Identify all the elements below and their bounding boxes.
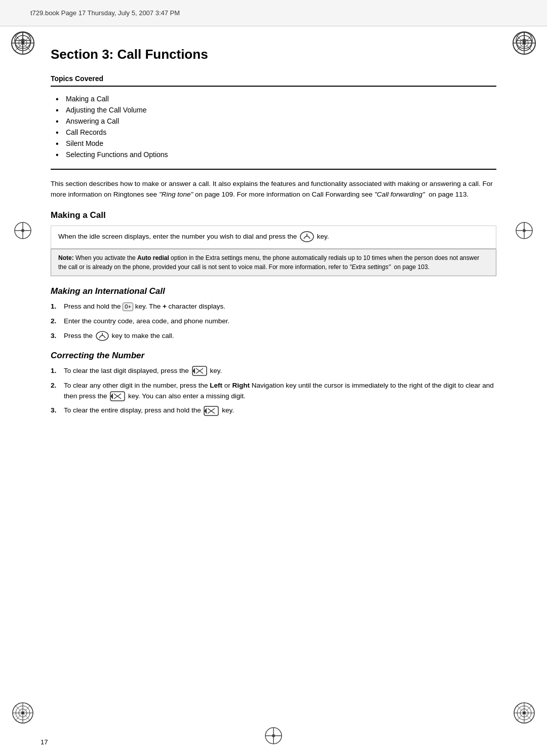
corner-bl-mandala-icon xyxy=(12,702,34,724)
section-title: Section 3: Call Functions xyxy=(51,47,496,62)
corner-br-decoration xyxy=(512,700,537,726)
top-right-mandala xyxy=(512,30,537,56)
topics-divider xyxy=(51,86,496,87)
clear-key-icon-2 xyxy=(110,391,125,402)
list-item: Making a Call xyxy=(56,95,496,103)
header-text: t729.book Page 17 Thursday, July 5, 2007… xyxy=(30,9,180,17)
list-item: 2. Enter the country code, area code, an… xyxy=(51,316,496,327)
corner-mr-decoration xyxy=(512,218,537,243)
send-key-icon xyxy=(300,231,314,242)
correcting-number-title: Correcting the Number xyxy=(51,351,496,361)
main-content: Section 3: Call Functions Topics Covered… xyxy=(41,26,506,726)
list-item: 2. To clear any other digit in the numbe… xyxy=(51,381,496,402)
list-item: 3. Press the key to make the call. xyxy=(51,331,496,342)
bottom-center-decoration xyxy=(264,727,283,747)
svg-point-64 xyxy=(272,734,275,737)
corner-br-mandala-icon xyxy=(513,702,535,724)
list-item: Call Records xyxy=(56,128,496,136)
topics-label: Topics Covered xyxy=(51,74,496,83)
clear-key-icon-1 xyxy=(192,366,207,376)
list-item: Selecting Functions and Options xyxy=(56,150,496,159)
intro-paragraph: This section describes how to make or an… xyxy=(51,179,496,200)
list-item: 3. To clear the entire display, press an… xyxy=(51,405,496,416)
top-left-mandala xyxy=(10,30,35,56)
bottom-divider xyxy=(51,169,496,170)
making-international-call-title: Making an International Call xyxy=(51,286,496,296)
corner-ml-icon xyxy=(14,221,32,240)
corner-mr-icon xyxy=(515,221,533,240)
list-item: Silent Mode xyxy=(56,139,496,147)
note-label: Note: xyxy=(58,254,74,261)
making-a-call-title: Making a Call xyxy=(51,210,496,220)
zero-plus-key-icon: 0+ xyxy=(123,303,133,311)
corner-ml-decoration xyxy=(10,218,35,243)
note-box: Note: When you activate the Auto redial … xyxy=(51,249,496,276)
list-item: Answering a Call xyxy=(56,117,496,125)
corner-bl-decoration xyxy=(10,700,35,726)
note-text: When you activate the Auto redial option… xyxy=(58,254,479,271)
list-item: 1. Press and hold the 0+ key. The + char… xyxy=(51,301,496,312)
international-call-steps: 1. Press and hold the 0+ key. The + char… xyxy=(51,301,496,342)
header-bar: t729.book Page 17 Thursday, July 5, 2007… xyxy=(0,0,547,26)
topics-list: Making a Call Adjusting the Call Volume … xyxy=(51,95,496,159)
making-a-call-box: When the idle screen displays, enter the… xyxy=(51,225,496,249)
svg-point-15 xyxy=(523,229,526,232)
topics-covered-section: Topics Covered Making a Call Adjusting t… xyxy=(51,74,496,170)
making-a-call-text: When the idle screen displays, enter the… xyxy=(58,231,489,242)
page: t729.book Page 17 Thursday, July 5, 2007… xyxy=(0,0,547,756)
list-item: Adjusting the Call Volume xyxy=(56,106,496,114)
correcting-number-steps: 1. To clear the last digit displayed, pr… xyxy=(51,366,496,417)
send-key-icon-2 xyxy=(96,331,109,342)
svg-point-11 xyxy=(21,229,24,232)
list-item: 1. To clear the last digit displayed, pr… xyxy=(51,366,496,376)
page-number: 17 xyxy=(41,738,48,746)
clear-key-icon-3 xyxy=(204,405,219,416)
